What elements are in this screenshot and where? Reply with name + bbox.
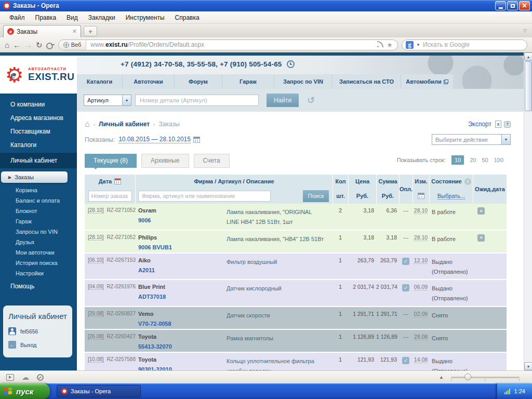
sidebar-subitem-cart[interactable]: Корзина — [0, 185, 77, 195]
url-field[interactable]: Веб www.exist.ru/Profile/Orders/Default.… — [58, 39, 398, 50]
firm-filter-input[interactable] — [138, 191, 271, 202]
account-user[interactable]: fel5656 — [8, 327, 67, 335]
order-date-link[interactable]: [10.08] — [88, 356, 104, 363]
article-link[interactable]: ADT37018 — [138, 294, 222, 300]
article-link[interactable]: V70-72-0058 — [138, 321, 222, 327]
chevron-down-icon[interactable]: ▼ — [122, 95, 131, 105]
sidebar-subitem-history[interactable]: История поиска — [0, 258, 77, 268]
fit-width-icon[interactable]: ▲ — [439, 375, 444, 380]
rss-icon[interactable] — [377, 42, 383, 48]
order-date-link[interactable]: [06.10] — [88, 257, 104, 263]
search-history-icon[interactable]: ↺ — [307, 96, 315, 105]
sidebar-subitem-friends[interactable]: Друзья — [0, 237, 77, 247]
minimize-button[interactable] — [495, 1, 506, 10]
order-number-filter-input[interactable] — [88, 191, 132, 202]
sidebar-item-account[interactable]: Личный кабинет — [0, 153, 77, 168]
rows-per-page-100[interactable]: 100 — [494, 157, 503, 163]
export-link[interactable]: Экспорт — [468, 121, 491, 128]
breadcrumb-account[interactable]: Личный кабинет — [99, 121, 150, 128]
sidebar-item-addresses[interactable]: Адреса магазинов — [0, 111, 77, 125]
google-search-field[interactable]: g ▼ Искать в Google — [402, 39, 527, 50]
sidebar-item-about[interactable]: О компании — [0, 98, 77, 111]
delete-order-icon[interactable]: ✕ — [477, 207, 485, 215]
close-button[interactable]: ✕ — [519, 1, 530, 10]
key-icon[interactable] — [46, 43, 55, 47]
period-range-link[interactable]: 10.08.2015 — 28.10.2015 — [118, 136, 191, 143]
sidebar-item-catalogs[interactable]: Каталоги — [0, 138, 77, 152]
turbo-icon[interactable] — [37, 374, 44, 381]
nav-sto[interactable]: Записаться на СТО — [332, 74, 401, 89]
table-search-button[interactable]: Поиск — [303, 190, 329, 202]
order-date-link[interactable]: [26.08] — [88, 334, 104, 340]
article-link[interactable]: 55413-32070 — [138, 343, 222, 350]
sidebar-subitem-settings[interactable]: Настройки — [0, 268, 77, 278]
part-number-input[interactable] — [135, 95, 259, 106]
home-breadcrumb-icon[interactable]: ⌂ — [85, 120, 90, 128]
menu-bookmarks[interactable]: Закладки — [83, 12, 121, 23]
bookmark-star-icon[interactable]: ★ — [387, 42, 393, 48]
cloud-sync-icon[interactable]: ☁ — [22, 374, 29, 381]
chevron-down-icon[interactable]: ▽ — [523, 28, 527, 33]
tab-close-icon[interactable]: ✕ — [72, 28, 77, 35]
back-icon[interactable]: ← — [13, 41, 21, 49]
sidebar-subitem-orders[interactable]: ▶Заказы — [1, 171, 68, 183]
calendar-icon[interactable] — [418, 193, 424, 199]
nav-automobiles[interactable]: Автомобили — [401, 74, 453, 89]
new-tab-button[interactable]: + — [84, 26, 97, 36]
rows-per-page-10[interactable]: 10 — [451, 155, 464, 165]
rows-per-page-20[interactable]: 20 — [470, 157, 476, 163]
sidebar-subitem-autopoints[interactable]: Мои автоточки — [0, 247, 77, 258]
sidebar-subitem-balance[interactable]: Баланс и оплата — [0, 195, 77, 206]
excel-export-icon[interactable]: x — [495, 121, 501, 128]
nav-catalogs[interactable]: Каталоги — [77, 74, 123, 89]
order-date-link[interactable]: [28.10] — [88, 207, 104, 214]
web-badge[interactable]: Веб — [59, 40, 87, 50]
sidebar-subitem-garage[interactable]: Гараж — [0, 216, 77, 227]
article-link[interactable]: A2011 — [138, 267, 222, 273]
paid-checkbox[interactable]: ✓ — [402, 284, 409, 291]
action-select[interactable]: Выберите действие ▼ — [432, 134, 511, 145]
info-icon[interactable]: i — [464, 178, 471, 185]
sidebar-subitem-vin[interactable]: Запросы по VIN — [0, 227, 77, 237]
reload-icon[interactable]: ↻ — [36, 41, 43, 49]
help-icon[interactable]: ? — [504, 121, 511, 128]
menu-file[interactable]: Файл — [4, 12, 30, 23]
changed-date-link[interactable]: 14.08 — [414, 356, 428, 363]
restore-button[interactable] — [507, 1, 518, 10]
changed-date-link[interactable]: 28.08 — [414, 334, 428, 340]
clock-time[interactable]: 1:24 — [514, 388, 525, 394]
zoom-slider-knob[interactable] — [464, 374, 471, 380]
start-button[interactable]: пуск — [0, 383, 50, 399]
tab-archive-orders[interactable]: Архивные — [141, 154, 189, 168]
order-date-link[interactable]: [28.10] — [88, 234, 104, 241]
status-filter-link[interactable]: Выбрать... — [437, 193, 465, 200]
order-date-link[interactable]: [29.08] — [88, 311, 104, 317]
calendar-icon[interactable] — [193, 137, 200, 143]
paid-checkbox[interactable]: ✓ — [402, 357, 409, 364]
taskbar-task-opera[interactable]: Заказы - Opera — [57, 385, 141, 397]
nav-forum[interactable]: Форум — [175, 74, 222, 89]
changed-date-link[interactable]: 28.10 — [414, 234, 428, 241]
changed-date-link[interactable]: 02.09 — [414, 311, 428, 317]
paid-checkbox[interactable]: ✓ — [402, 258, 409, 265]
forward-icon[interactable]: → — [24, 41, 32, 49]
article-link[interactable]: 9006 — [138, 217, 222, 223]
site-logo[interactable]: ⚙е АВТОЗАПЧАСТИ EXIST.RU — [0, 56, 77, 94]
delete-order-icon[interactable]: ✕ — [477, 234, 485, 242]
find-button[interactable]: Найти — [267, 94, 299, 107]
menu-view[interactable]: Вид — [61, 12, 83, 23]
sidebar-subitem-notebook[interactable]: Блокнот — [0, 206, 77, 216]
menu-edit[interactable]: Правка — [30, 12, 62, 23]
network-signal-icon[interactable] — [504, 389, 510, 394]
tab-bills[interactable]: Счета — [194, 154, 230, 168]
search-category-select[interactable]: Артикул ▼ — [84, 95, 131, 106]
scroll-down-icon[interactable]: ▼ — [524, 362, 532, 370]
order-date-link[interactable]: [04.09] — [88, 284, 104, 290]
home-icon[interactable]: ⌂ — [5, 41, 9, 49]
menu-help[interactable]: Справка — [170, 12, 205, 23]
chevron-down-icon[interactable]: ▼ — [501, 135, 510, 144]
browser-tab-orders[interactable]: e Заказы ✕ — [3, 25, 81, 37]
tab-current-orders[interactable]: Текущие (8) — [85, 154, 137, 168]
nav-autopoints[interactable]: Автоточки — [123, 74, 175, 89]
panels-icon[interactable] — [6, 374, 14, 381]
